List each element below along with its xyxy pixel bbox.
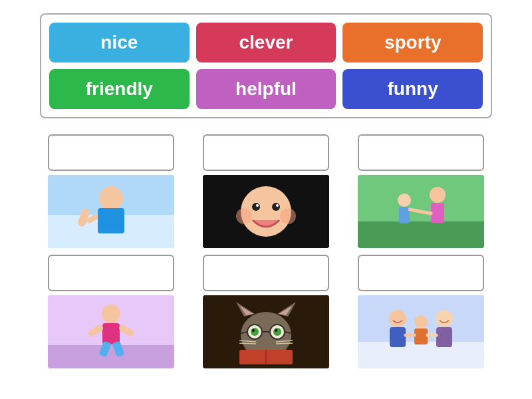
word-tile-sporty[interactable]: sporty bbox=[342, 23, 483, 63]
svg-point-52 bbox=[389, 310, 406, 327]
svg-rect-15 bbox=[358, 221, 484, 248]
word-tile-helpful[interactable]: helpful bbox=[196, 69, 336, 109]
svg-rect-55 bbox=[436, 327, 452, 347]
col-friendly bbox=[350, 255, 492, 368]
col-helpful bbox=[350, 134, 492, 248]
svg-point-12 bbox=[236, 208, 252, 224]
col-helpful-image bbox=[358, 175, 484, 248]
col-sporty-dropbox[interactable] bbox=[48, 255, 174, 291]
col-sporty-image bbox=[48, 295, 174, 368]
col-friendly-dropbox[interactable] bbox=[358, 255, 484, 291]
col-clever-dropbox[interactable] bbox=[203, 255, 329, 291]
svg-point-38 bbox=[273, 328, 281, 336]
col-nice-image bbox=[48, 175, 174, 248]
svg-line-49 bbox=[276, 343, 293, 344]
col-nice-dropbox[interactable] bbox=[48, 134, 174, 171]
svg-point-16 bbox=[430, 187, 446, 203]
svg-rect-3 bbox=[98, 208, 124, 233]
svg-rect-51 bbox=[358, 342, 484, 368]
svg-point-56 bbox=[414, 315, 428, 329]
col-clever bbox=[195, 255, 336, 368]
match-grid bbox=[40, 134, 492, 368]
col-funny bbox=[195, 134, 336, 248]
svg-point-9 bbox=[272, 203, 280, 211]
word-tile-friendly[interactable]: friendly bbox=[49, 69, 190, 109]
col-clever-image bbox=[203, 295, 329, 368]
svg-rect-24 bbox=[102, 323, 120, 344]
word-bank: nicecleversportyfriendlyhelpfulfunny bbox=[40, 13, 492, 118]
svg-point-37 bbox=[251, 328, 259, 336]
svg-point-18 bbox=[398, 194, 411, 207]
svg-point-2 bbox=[99, 186, 123, 210]
word-tile-clever[interactable]: clever bbox=[196, 23, 336, 63]
svg-point-40 bbox=[275, 329, 277, 332]
col-helpful-dropbox[interactable] bbox=[358, 134, 484, 171]
svg-point-8 bbox=[252, 203, 260, 211]
svg-point-54 bbox=[436, 310, 453, 327]
col-nice bbox=[40, 134, 182, 248]
svg-point-23 bbox=[102, 305, 120, 323]
svg-rect-57 bbox=[414, 329, 428, 344]
col-friendly-image bbox=[358, 295, 484, 368]
word-tile-funny[interactable]: funny bbox=[342, 69, 483, 109]
svg-rect-22 bbox=[48, 345, 174, 368]
svg-point-11 bbox=[276, 204, 279, 207]
svg-point-10 bbox=[256, 204, 259, 207]
svg-line-47 bbox=[239, 343, 256, 344]
svg-rect-17 bbox=[431, 203, 444, 223]
svg-point-39 bbox=[252, 329, 255, 332]
svg-rect-53 bbox=[390, 327, 406, 347]
svg-point-13 bbox=[280, 208, 296, 224]
col-sporty bbox=[40, 255, 182, 368]
word-tile-nice[interactable]: nice bbox=[49, 23, 190, 63]
col-funny-image bbox=[203, 175, 329, 248]
col-funny-dropbox[interactable] bbox=[203, 134, 329, 171]
